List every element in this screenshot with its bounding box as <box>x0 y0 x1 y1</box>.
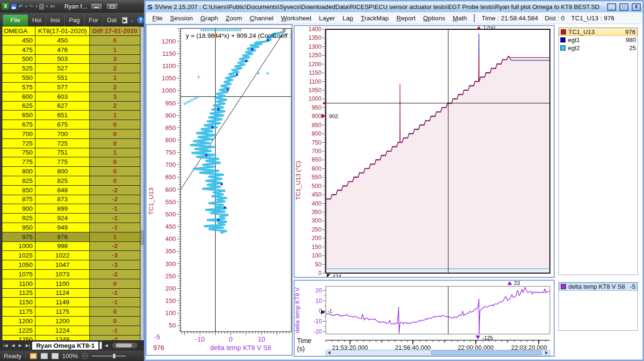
table-cell[interactable]: 1 <box>90 45 140 55</box>
table-cell[interactable]: 975 <box>2 232 35 242</box>
table-cell[interactable]: 525 <box>2 64 35 73</box>
table-cell[interactable]: 0 <box>90 157 140 167</box>
table-cell[interactable]: 1 <box>90 232 140 242</box>
table-cell[interactable]: 825 <box>2 176 35 186</box>
table-cell[interactable]: 1022 <box>35 251 90 260</box>
table-cell[interactable]: -2 <box>90 335 140 341</box>
excel-vertical-scrollbar[interactable] <box>140 27 144 340</box>
redo-dropdown-icon[interactable]: ▾ <box>35 4 37 9</box>
table-cell[interactable]: 900 <box>2 204 35 214</box>
delta-plot-panel[interactable]: 20100-10-20delta temp KT8 V23-125-121:53… <box>294 280 555 357</box>
table-cell[interactable]: 675 <box>35 120 90 129</box>
table-cell[interactable]: 848 <box>35 186 90 195</box>
table-cell[interactable]: 2 <box>90 64 140 73</box>
table-cell[interactable]: 550 <box>2 73 35 83</box>
table-cell[interactable]: 875 <box>2 195 35 205</box>
table-cell[interactable]: 0 <box>90 317 140 326</box>
table-cell[interactable]: 0 <box>90 307 140 317</box>
table-cell[interactable]: 500 <box>2 55 35 64</box>
table-cell[interactable]: 2 <box>90 83 140 92</box>
table-cell[interactable]: 1100 <box>35 279 90 289</box>
table-cell[interactable]: 775 <box>35 157 90 167</box>
table-cell[interactable]: 1200 <box>35 317 90 326</box>
sview-close-button[interactable]: X <box>632 3 641 11</box>
table-cell[interactable]: 1 <box>90 73 140 83</box>
table-cell[interactable]: 651 <box>35 111 90 120</box>
table-cell[interactable]: -3 <box>90 260 140 270</box>
table-cell[interactable]: 1 <box>90 111 140 120</box>
page-break-view-icon[interactable] <box>52 353 59 359</box>
table-cell[interactable]: 650 <box>2 111 35 120</box>
sheet-tab[interactable]: Ryan Omega KT8-1 <box>32 342 98 350</box>
minimize-button[interactable] <box>90 3 103 10</box>
table-cell[interactable]: 1050 <box>2 260 35 270</box>
sview-minimize-button[interactable]: _ <box>607 3 616 11</box>
table-cell[interactable]: 575 <box>2 83 35 92</box>
sview-maximize-button[interactable]: □ <box>619 3 628 11</box>
table-cell[interactable]: 627 <box>35 102 90 111</box>
table-cell[interactable]: 0 <box>90 167 140 176</box>
table-cell[interactable]: 625 <box>2 102 35 111</box>
header-cell[interactable]: OMEGA <box>2 26 35 36</box>
channel-item-egt1[interactable]: egt1980 <box>559 36 637 44</box>
table-cell[interactable]: 1225 <box>2 326 35 335</box>
table-cell[interactable]: 800 <box>2 167 35 176</box>
time-scrollbar-thumb[interactable] <box>431 351 541 355</box>
table-cell[interactable]: 1175 <box>35 307 90 317</box>
table-cell[interactable]: 925 <box>2 214 35 223</box>
normal-view-icon[interactable] <box>30 353 37 359</box>
sheet-horizontal-scrollbar[interactable] <box>112 343 138 348</box>
menu-item-channel[interactable]: Channel <box>246 14 277 23</box>
table-cell[interactable]: 976 <box>35 232 90 242</box>
menu-item-file[interactable]: File <box>148 14 166 23</box>
ribbon-tab-file[interactable]: File <box>3 15 28 26</box>
table-cell[interactable]: 503 <box>35 55 90 64</box>
table-cell[interactable]: 0 <box>90 129 140 139</box>
channel-item-tc1_u13[interactable]: TC1_U13976 <box>559 28 637 36</box>
table-cell[interactable]: -1 <box>90 326 140 335</box>
table-cell[interactable]: 950 <box>2 223 35 232</box>
menu-item-trackmap[interactable]: TrackMap <box>357 14 393 23</box>
table-cell[interactable]: -1 <box>90 223 140 232</box>
table-cell[interactable]: 1224 <box>35 326 90 335</box>
table-cell[interactable]: 800 <box>35 167 90 176</box>
menu-item-math[interactable]: Math <box>449 14 470 23</box>
table-cell[interactable]: 998 <box>35 242 90 251</box>
header-cell[interactable]: Diff 17-01-2020 <box>90 26 140 36</box>
table-cell[interactable]: 1149 <box>35 298 90 307</box>
sheet-first-icon[interactable]: |◀ <box>2 343 9 348</box>
table-cell[interactable]: 450 <box>35 36 90 45</box>
table-cell[interactable]: 725 <box>35 139 90 148</box>
table-cell[interactable]: 899 <box>35 204 90 214</box>
header-cell[interactable]: KT8(17-01-2020) <box>35 26 90 36</box>
ribbon-tab-hoi[interactable]: Hoi <box>28 15 46 26</box>
table-cell[interactable]: 1175 <box>2 307 35 317</box>
undo-dropdown-icon[interactable]: ▾ <box>25 4 27 9</box>
undo-icon[interactable]: ↶ <box>18 3 23 10</box>
table-cell[interactable]: 0 <box>90 139 140 148</box>
sheet-prev-icon[interactable]: ◀ <box>10 343 16 348</box>
ribbon-tab-pag[interactable]: Pag <box>64 15 84 26</box>
table-cell[interactable]: 551 <box>35 73 90 83</box>
delta-plot[interactable]: 20100-10-20delta temp KT8 V23-125-121:53… <box>295 281 554 356</box>
table-cell[interactable]: 924 <box>35 214 90 223</box>
table-cell[interactable]: 0 <box>90 36 140 45</box>
table-cell[interactable]: 751 <box>35 148 90 158</box>
table-cell[interactable]: 850 <box>2 186 35 195</box>
table-cell[interactable]: 1200 <box>2 317 35 326</box>
help-icon[interactable]: ? <box>137 17 144 24</box>
table-cell[interactable]: -1 <box>90 204 140 214</box>
table-cell[interactable]: 1073 <box>35 270 90 279</box>
zoom-slider-thumb[interactable] <box>113 353 116 359</box>
table-cell[interactable]: 527 <box>35 64 90 73</box>
page-layout-view-icon[interactable] <box>41 353 48 359</box>
table-cell[interactable]: 1250 <box>2 335 35 341</box>
table-cell[interactable]: 1125 <box>2 289 35 298</box>
ribbon-tab-for[interactable]: For <box>84 15 103 26</box>
zoom-out-icon[interactable]: − <box>82 353 88 359</box>
excel-vertical-scrollbar-thumb[interactable] <box>140 230 144 245</box>
table-cell[interactable]: 825 <box>35 176 90 186</box>
table-cell[interactable]: 700 <box>35 129 90 139</box>
table-cell[interactable]: -3 <box>90 251 140 260</box>
channel-item-egt2[interactable]: egt225 <box>559 44 637 52</box>
